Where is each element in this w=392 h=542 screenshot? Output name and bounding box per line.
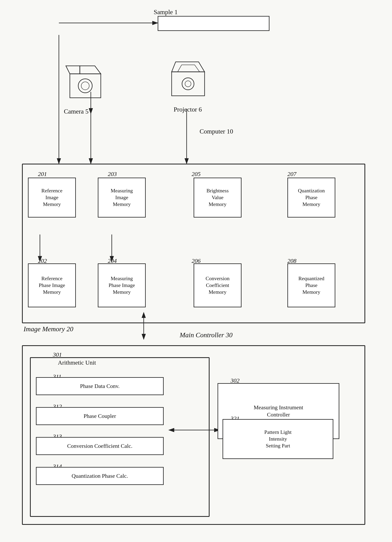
num-202: 202	[38, 257, 47, 264]
svg-marker-17	[172, 62, 205, 72]
requantized-phase-memory-box: RequantizedPhaseMemory	[287, 263, 335, 307]
computer-label: Computer 10	[200, 128, 233, 135]
svg-marker-12	[66, 66, 80, 74]
brightness-value-memory-box: BrightnessValueMemory	[194, 178, 241, 217]
sample-label: Sample 1	[154, 8, 178, 16]
measuring-phase-image-memory-box: MeasuringPhase ImageMemory	[98, 263, 146, 307]
quantization-phase-memory-box: QuantizationPhaseMemory	[287, 178, 335, 217]
num-206: 206	[192, 257, 201, 264]
num-301: 301	[53, 351, 62, 358]
arithmetic-unit-label: Arithmetic Unit	[58, 359, 96, 366]
svg-point-15	[81, 82, 89, 90]
num-208: 208	[287, 257, 296, 264]
reference-phase-image-memory-box: ReferencePhase ImageMemory	[28, 263, 76, 307]
conversion-coefficient-memory-box: ConversionCoefficientMemory	[194, 263, 241, 307]
camera-svg	[64, 62, 108, 108]
diagram-container: Sample 1 Camera 5 Projector 6 Computer 1…	[0, 0, 392, 542]
svg-marker-13	[80, 66, 101, 74]
num-302: 302	[230, 377, 240, 384]
num-204: 204	[108, 257, 117, 264]
reference-image-memory-box: ReferenceImageMemory	[28, 178, 76, 217]
num-205: 205	[192, 171, 201, 177]
num-201: 201	[38, 171, 47, 177]
projector-label: Projector 6	[174, 106, 202, 113]
phase-data-conv-box: Phase Data Conv.	[36, 377, 164, 395]
num-203: 203	[108, 171, 117, 177]
svg-point-19	[182, 78, 194, 90]
num-207: 207	[287, 171, 296, 177]
svg-marker-18	[178, 65, 200, 72]
main-controller-label: Main Controller 30	[180, 331, 233, 339]
conversion-coefficient-calc-box: Conversion Coefficient Calc.	[36, 437, 164, 455]
projector-svg	[166, 56, 212, 110]
camera-label: Camera 5	[64, 108, 89, 115]
svg-rect-16	[172, 72, 205, 96]
pattern-light-intensity-setting-part-box: Pattern LightIntensitySetting Part	[223, 419, 333, 459]
quantization-phase-calc-box: Quantization Phase Calc.	[36, 467, 164, 485]
svg-point-14	[78, 79, 92, 93]
measuring-image-memory-box: MeasuringImageMemory	[98, 178, 146, 217]
image-memory-label: Image Memory 20	[24, 325, 73, 333]
svg-rect-11	[70, 74, 101, 98]
phase-coupler-box: Phase Coupler	[36, 407, 164, 425]
sample-box	[158, 16, 269, 31]
svg-point-20	[185, 81, 191, 87]
